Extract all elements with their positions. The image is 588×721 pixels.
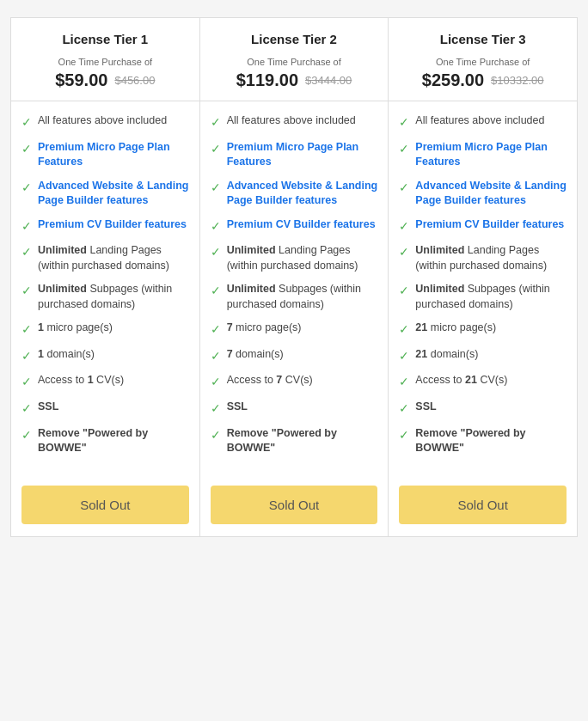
feature-item: ✓Unlimited Landing Pages (within purchas… (21, 243, 189, 273)
feature-item: ✓Premium Micro Page Plan Features (211, 140, 378, 170)
card-header: License Tier 2One Time Purchase of$119.0… (200, 18, 389, 101)
price-current: $59.00 (55, 70, 107, 90)
feature-text: Unlimited Subpages (within purchased dom… (227, 282, 378, 312)
check-icon: ✓ (21, 374, 32, 391)
check-icon: ✓ (399, 141, 409, 158)
pricing-grid: License Tier 1One Time Purchase of$59.00… (10, 17, 578, 537)
sold-out-button[interactable]: Sold Out (211, 486, 378, 524)
check-icon: ✓ (21, 218, 32, 235)
check-icon: ✓ (211, 180, 221, 197)
feature-item: ✓7 micro page(s) (211, 321, 378, 339)
feature-text: 1 micro page(s) (38, 321, 113, 336)
feature-bold: 1 (88, 374, 94, 386)
feature-item: ✓21 micro page(s) (399, 321, 567, 339)
check-icon: ✓ (399, 321, 409, 339)
card-header: License Tier 3One Time Purchase of$259.0… (389, 18, 577, 101)
feature-item: ✓SSL (211, 400, 378, 418)
feature-item: ✓Unlimited Subpages (within purchased do… (211, 282, 378, 312)
feature-text: Premium Micro Page Plan Features (415, 140, 567, 170)
check-icon: ✓ (21, 244, 32, 261)
feature-text: 21 micro page(s) (415, 321, 496, 336)
check-icon: ✓ (211, 244, 221, 261)
feature-text: 1 domain(s) (38, 347, 95, 363)
feature-text: Advanced Website & Landing Page Builder … (415, 179, 567, 209)
feature-item: ✓Remove "Powered by BOWWE" (211, 426, 378, 456)
tier-title: License Tier 3 (401, 32, 565, 46)
feature-text: Unlimited Landing Pages (within purchase… (227, 243, 378, 273)
feature-text: Unlimited Subpages (within purchased dom… (415, 282, 567, 312)
check-icon: ✓ (399, 400, 409, 418)
feature-text: Premium Micro Page Plan Features (38, 140, 189, 170)
price-current: $259.00 (422, 70, 484, 90)
card-footer: Sold Out (200, 477, 389, 536)
price-label: One Time Purchase of (212, 57, 377, 67)
price-current: $119.00 (236, 70, 298, 90)
feature-item: ✓Premium Micro Page Plan Features (21, 140, 189, 170)
feature-text: 7 micro page(s) (227, 321, 302, 336)
feature-item: ✓Premium CV Builder features (399, 217, 567, 235)
feature-item: ✓Advanced Website & Landing Page Builder… (21, 179, 189, 209)
feature-item: ✓Remove "Powered by BOWWE" (21, 426, 189, 456)
pricing-card-3: License Tier 3One Time Purchase of$259.0… (388, 17, 578, 537)
tier-title: License Tier 1 (23, 32, 187, 46)
feature-text: All features above included (415, 113, 544, 129)
card-footer: Sold Out (389, 477, 577, 536)
check-icon: ✓ (21, 283, 32, 300)
price-label: One Time Purchase of (23, 57, 187, 67)
feature-text: 7 domain(s) (227, 347, 284, 363)
feature-bold: Unlimited (38, 283, 87, 295)
feature-item: ✓Access to 21 CV(s) (399, 373, 567, 391)
feature-text: All features above included (227, 113, 356, 129)
sold-out-button[interactable]: Sold Out (399, 486, 567, 524)
feature-item: ✓Advanced Website & Landing Page Builder… (399, 179, 567, 209)
check-icon: ✓ (399, 374, 409, 391)
card-header: License Tier 1One Time Purchase of$59.00… (11, 18, 199, 101)
check-icon: ✓ (211, 400, 221, 418)
feature-text: Access to 21 CV(s) (415, 373, 507, 388)
feature-text: Premium CV Builder features (227, 217, 376, 233)
sold-out-button[interactable]: Sold Out (21, 486, 189, 524)
feature-text: SSL (227, 400, 248, 415)
price-original: $456.00 (114, 74, 155, 87)
feature-item: ✓All features above included (211, 113, 378, 131)
check-icon: ✓ (211, 348, 221, 365)
feature-bold: 7 (227, 348, 233, 360)
card-features: ✓All features above included✓Premium Mic… (200, 101, 389, 477)
feature-bold: 7 (276, 374, 282, 386)
feature-item: ✓1 micro page(s) (21, 321, 189, 339)
price-row: $119.00$3444.00 (212, 70, 377, 90)
feature-text: Premium Micro Page Plan Features (227, 140, 378, 170)
price-original: $3444.00 (305, 74, 352, 87)
check-icon: ✓ (399, 114, 409, 131)
card-features: ✓All features above included✓Premium Mic… (389, 101, 577, 477)
feature-text: Remove "Powered by BOWWE" (415, 426, 567, 456)
check-icon: ✓ (21, 427, 32, 444)
feature-item: ✓Unlimited Landing Pages (within purchas… (211, 243, 378, 273)
feature-bold: Unlimited (227, 283, 276, 295)
feature-text: Unlimited Landing Pages (within purchase… (38, 243, 189, 273)
check-icon: ✓ (211, 321, 221, 339)
feature-item: ✓Premium CV Builder features (211, 217, 378, 235)
feature-bold: 21 (465, 374, 477, 386)
feature-item: ✓Access to 1 CV(s) (21, 373, 189, 391)
feature-item: ✓All features above included (399, 113, 567, 131)
check-icon: ✓ (399, 244, 409, 261)
feature-item: ✓All features above included (21, 113, 189, 131)
check-icon: ✓ (211, 218, 221, 235)
feature-text: Remove "Powered by BOWWE" (227, 426, 378, 456)
feature-bold: Unlimited (415, 283, 464, 295)
feature-text: 21 domain(s) (415, 347, 478, 363)
check-icon: ✓ (399, 218, 409, 235)
feature-text: Premium CV Builder features (38, 217, 187, 233)
feature-item: ✓7 domain(s) (211, 347, 378, 365)
check-icon: ✓ (21, 141, 32, 158)
feature-item: ✓Premium CV Builder features (21, 217, 189, 235)
feature-bold: Unlimited (227, 244, 276, 256)
feature-item: ✓Remove "Powered by BOWWE" (399, 426, 567, 456)
check-icon: ✓ (399, 348, 409, 365)
pricing-card-2: License Tier 2One Time Purchase of$119.0… (199, 17, 389, 537)
check-icon: ✓ (21, 321, 32, 339)
feature-item: ✓SSL (399, 400, 567, 418)
price-label: One Time Purchase of (401, 57, 565, 67)
check-icon: ✓ (21, 400, 32, 418)
